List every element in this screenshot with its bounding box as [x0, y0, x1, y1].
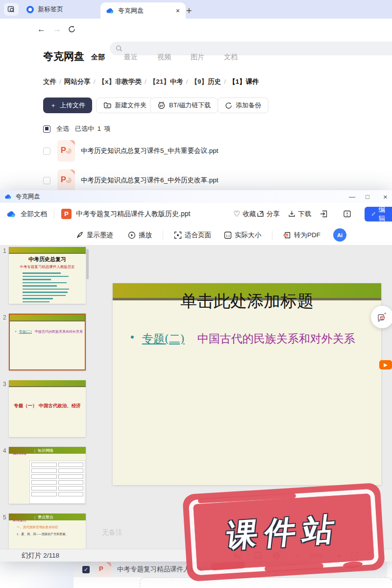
minimize-icon[interactable]: —: [349, 193, 355, 200]
selected-count: 1: [98, 125, 101, 132]
text-line: [23, 272, 61, 274]
screen: 新标签页 夸克网盘 × ＋ ← → 夸克网盘 全部 最近 视频 图片: [0, 0, 392, 588]
divider: [272, 231, 272, 240]
slide-number: 4: [3, 447, 6, 454]
forward-icon[interactable]: →: [53, 24, 61, 34]
slide-header-band: | 知识网络: [9, 447, 86, 454]
breadcrumb-separator: /: [224, 78, 226, 85]
play-triangle-icon: ▶: [384, 362, 388, 368]
tab-image[interactable]: 图片: [191, 53, 204, 62]
fit-page-icon: [174, 231, 182, 239]
breadcrumb: 文件/网站分享/【x】非教学类/【21】中考/【9】历史/【1】课件: [43, 77, 259, 86]
save-to-drive-icon[interactable]: [319, 210, 328, 218]
bt-download-button[interactable]: BT BT/磁力链下载: [150, 98, 218, 113]
address-search-input[interactable]: [110, 42, 392, 55]
file-checkbox[interactable]: [43, 147, 50, 155]
refresh-icon[interactable]: [68, 25, 76, 33]
tab-new-page[interactable]: 新标签页: [21, 0, 106, 19]
close-icon[interactable]: ×: [383, 193, 388, 201]
new-tab-button[interactable]: ＋: [184, 4, 194, 17]
file-name[interactable]: 中考历史知识点总复习课件6_中外历史改革.ppt: [81, 176, 219, 185]
flowchart-box: [31, 463, 57, 467]
window-title-bar[interactable]: 夸克网盘 — □ ×: [0, 190, 392, 203]
edit-button[interactable]: 编辑: [365, 207, 392, 221]
thumbnail-scrollbar[interactable]: [86, 249, 89, 279]
text-line: [23, 292, 68, 293]
all-docs-button[interactable]: 全部文档: [21, 210, 47, 219]
heart-icon: ♡: [233, 209, 240, 219]
browser-nav-bar: ← →: [0, 19, 392, 41]
tab-all[interactable]: 全部: [91, 53, 105, 62]
slide-thumbnail-3[interactable]: 专题（一） 中国古代政治、经济: [9, 380, 86, 437]
divider: [163, 231, 163, 240]
text-line: [23, 295, 66, 296]
slide-band-line: [10, 320, 85, 321]
bullet-dot: •: [129, 332, 135, 343]
slide-band: [10, 315, 85, 320]
ai-assistant-button[interactable]: Ai: [333, 228, 346, 242]
text-line: [23, 285, 57, 287]
tab-doc[interactable]: 文档: [224, 53, 238, 62]
add-backup-button[interactable]: 添加备份: [218, 98, 269, 113]
to-pdf-button[interactable]: PDF 转为PDF: [283, 231, 320, 240]
slide-header-band: | 要点整合: [9, 514, 86, 520]
breadcrumb-current: 【1】课件: [229, 78, 259, 85]
tab-quark-drive[interactable]: 夸克网盘 ×: [100, 2, 186, 19]
feedback-icon[interactable]: [343, 210, 351, 218]
tab-close-icon[interactable]: ×: [176, 7, 180, 15]
pdf-float-button[interactable]: PDF: [371, 306, 392, 328]
slide-number: 1: [3, 247, 6, 254]
tab-video[interactable]: 视频: [157, 53, 171, 62]
actual-size-button[interactable]: 1:1 实际大小: [224, 231, 261, 240]
slide-band: [9, 380, 86, 386]
favorite-button[interactable]: ♡ 收藏: [233, 209, 256, 219]
notes-placeholder[interactable]: 无备注: [102, 528, 122, 537]
ppt-file-icon: P: [57, 170, 75, 191]
file-checkbox-checked[interactable]: ✓: [82, 566, 90, 573]
slide-thumbnail-2-selected[interactable]: • 专题(二) 中国古代的民族关系和对外关系: [9, 314, 86, 370]
slide-thumbnail-1[interactable]: 中考历史总复习 中考专题复习精品课件人教版历史: [9, 247, 86, 304]
select-all-label[interactable]: 全选: [56, 124, 69, 133]
slide-bullet-link[interactable]: 专题(二): [142, 332, 185, 345]
pdf-rotate-icon: PDF: [377, 312, 388, 322]
slide-thumbnail-4[interactable]: | 知识网络 知识网络: [9, 447, 86, 504]
tab-recent[interactable]: 最近: [124, 53, 138, 62]
play-button[interactable]: 播放: [128, 231, 152, 240]
file-checkbox[interactable]: [43, 177, 50, 184]
download-button[interactable]: 下载: [288, 210, 311, 219]
flowchart-thumbnail: [29, 461, 85, 504]
window-search-icon: [7, 5, 15, 13]
ppt-letter: P: [99, 565, 103, 572]
upload-label: 上传文件: [60, 101, 85, 110]
flowchart-box: [58, 468, 84, 473]
breadcrumb-item[interactable]: 【x】非教学类: [98, 78, 142, 85]
svg-text:PDF: PDF: [284, 234, 288, 236]
plus-icon: ＋: [50, 101, 56, 110]
back-icon[interactable]: ←: [37, 24, 46, 34]
flowchart-box: [31, 492, 57, 496]
file-name[interactable]: 中考历史知识点总复习课件5_中共重要会议.ppt: [81, 147, 219, 155]
breadcrumb-item[interactable]: 文件: [43, 78, 56, 85]
maximize-icon[interactable]: □: [366, 193, 369, 200]
workspace-icon[interactable]: [4, 3, 19, 16]
fit-page-label: 适合页面: [185, 231, 211, 240]
selected-unit: 项: [104, 125, 110, 132]
select-all-bar: 全选 已选中 1 项: [43, 124, 110, 133]
file-row[interactable]: P 中考历史知识点总复习课件5_中共重要会议.ppt: [43, 137, 367, 165]
ink-pen-icon: [76, 231, 84, 239]
video-play-fab[interactable]: ▶: [379, 360, 392, 369]
ai-label: Ai: [337, 232, 343, 238]
ppt-file-icon: P: [97, 562, 111, 577]
show-ink-button[interactable]: 显示墨迹: [76, 231, 113, 240]
slide-thumbnail-5[interactable]: | 要点整合 要点整合 一、历代国家管理的基本特征 1．夏、商、周——国家的产生…: [9, 514, 86, 549]
share-button[interactable]: 分享: [257, 210, 280, 219]
upload-file-button[interactable]: ＋ 上传文件: [43, 98, 92, 113]
breadcrumb-item[interactable]: 【21】中考: [149, 78, 183, 85]
new-folder-button[interactable]: 新建文件夹: [96, 98, 154, 113]
fit-page-button[interactable]: 适合页面: [174, 231, 211, 240]
breadcrumb-item[interactable]: 【9】历史: [191, 78, 221, 85]
breadcrumb-item[interactable]: 网站分享: [64, 78, 91, 85]
thumb-title: 专题（一） 中国古代政治、经济: [9, 403, 86, 409]
select-all-checkbox[interactable]: [43, 125, 50, 133]
breadcrumb-separator: /: [59, 78, 61, 85]
